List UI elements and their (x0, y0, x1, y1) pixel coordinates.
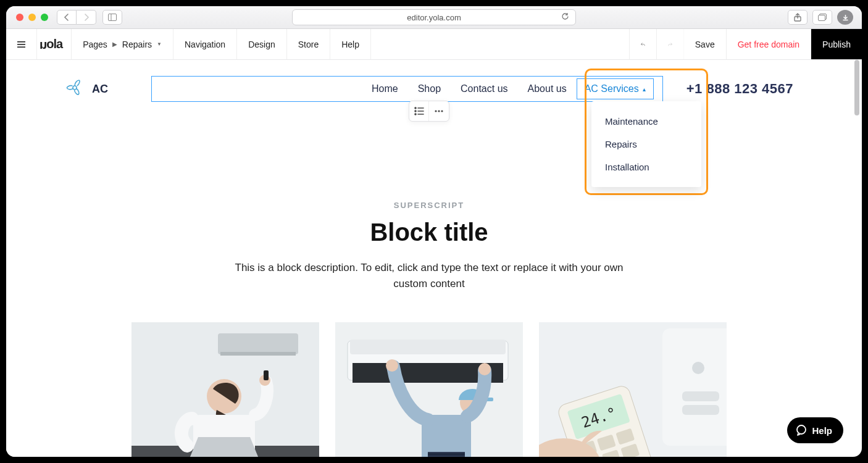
svg-rect-42 (682, 405, 719, 415)
svg-point-40 (692, 362, 704, 374)
dropdown-item-repairs[interactable]: Repairs (591, 133, 701, 156)
svg-rect-4 (819, 15, 825, 21)
svg-point-16 (435, 110, 436, 112)
help-chat-button[interactable]: Help (787, 417, 843, 443)
svg-point-10 (415, 107, 416, 109)
more-icon[interactable] (429, 101, 449, 121)
dropdown-item-installation[interactable]: Installation (591, 156, 701, 178)
menu-button[interactable] (6, 29, 37, 59)
reload-icon[interactable] (561, 12, 569, 22)
pages-label: Pages (83, 40, 107, 49)
svg-rect-31 (350, 340, 506, 354)
svg-point-17 (438, 110, 440, 112)
services-dropdown-highlight: Maintenance Repairs Installation (585, 69, 708, 195)
svg-rect-20 (218, 333, 298, 354)
block-superscript: SUPERSCRIPT (65, 201, 793, 210)
nav-home[interactable]: Home (362, 77, 408, 101)
browser-url-bar[interactable]: editor.yola.com (292, 9, 576, 25)
share-icon[interactable] (788, 10, 807, 25)
navigation-button[interactable]: Navigation (173, 29, 237, 59)
pages-breadcrumb[interactable]: Pages ▶ Repairs ▼ (72, 29, 173, 59)
site-logo-text: AC (92, 83, 108, 96)
close-window-icon[interactable] (16, 14, 23, 21)
svg-point-18 (441, 110, 443, 112)
svg-point-14 (415, 114, 416, 115)
svg-point-36 (386, 359, 398, 372)
card-image-1[interactable] (131, 322, 319, 457)
nav-edit-tools (409, 101, 449, 122)
browser-forward-button[interactable] (77, 10, 96, 25)
block-description[interactable]: This is a block description. To edit, cl… (232, 260, 627, 293)
svg-point-9 (73, 86, 77, 90)
chevron-right-icon: ▶ (112, 41, 117, 48)
store-button[interactable]: Store (287, 29, 330, 59)
maximize-window-icon[interactable] (41, 14, 48, 21)
editor-toolbar: nola Pages ▶ Repairs ▼ Navigation Design… (6, 29, 862, 60)
redo-button[interactable] (657, 29, 684, 59)
undo-button[interactable] (630, 29, 657, 59)
card-image-3[interactable]: 24.° (539, 322, 727, 457)
svg-rect-41 (682, 391, 719, 401)
browser-sidebar-button[interactable] (102, 10, 122, 25)
dropdown-item-maintenance[interactable]: Maintenance (591, 110, 701, 133)
caret-down-icon: ▼ (157, 41, 162, 47)
publish-button[interactable]: Publish (811, 29, 862, 59)
svg-rect-21 (220, 352, 296, 356)
svg-rect-39 (662, 328, 727, 446)
svg-point-12 (415, 111, 416, 112)
services-dropdown: Maintenance Repairs Installation (591, 101, 701, 187)
site-logo[interactable]: AC (65, 78, 139, 100)
design-button[interactable]: Design (237, 29, 287, 59)
editor-canvas[interactable]: AC Home Shop Contact us About us AC Serv… (6, 60, 852, 457)
get-domain-button[interactable]: Get free domain (727, 29, 811, 59)
nav-shop[interactable]: Shop (408, 77, 451, 101)
svg-rect-0 (109, 14, 117, 21)
help-button[interactable]: Help (330, 29, 371, 59)
nav-contact[interactable]: Contact us (451, 77, 517, 101)
save-button[interactable]: Save (684, 29, 727, 59)
fan-icon (65, 78, 85, 100)
yola-logo[interactable]: nola (37, 29, 72, 59)
image-cards: 24.° (65, 322, 793, 457)
svg-rect-26 (264, 370, 269, 380)
card-image-2[interactable] (335, 322, 523, 457)
scrollbar[interactable] (854, 60, 859, 115)
window-controls (16, 14, 48, 21)
help-chat-label: Help (812, 425, 832, 436)
list-icon[interactable] (409, 101, 429, 121)
content-block[interactable]: SUPERSCRIPT Block title This is a block … (65, 201, 793, 457)
downloads-icon[interactable] (837, 10, 853, 25)
tabs-icon[interactable] (812, 10, 832, 25)
svg-point-37 (478, 363, 491, 375)
browser-back-button[interactable] (57, 10, 77, 25)
browser-chrome: editor.yola.com (6, 6, 862, 29)
svg-point-56 (797, 425, 806, 434)
nav-about[interactable]: About us (518, 77, 577, 101)
current-page-label: Repairs (122, 40, 152, 49)
minimize-window-icon[interactable] (28, 14, 36, 21)
block-title[interactable]: Block title (65, 219, 793, 246)
browser-url-text: editor.yola.com (407, 13, 461, 22)
chat-icon (796, 425, 807, 436)
